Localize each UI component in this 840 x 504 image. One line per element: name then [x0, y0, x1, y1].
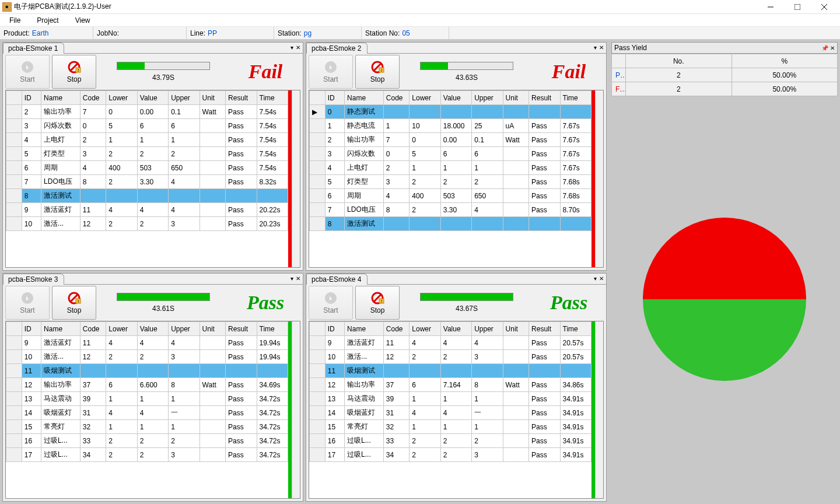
start-button[interactable]: Start — [309, 55, 353, 89]
table-row[interactable]: 1静态电流11018.00025uAPass7.67s — [310, 119, 592, 133]
close-button[interactable] — [811, 0, 838, 14]
maximize-button[interactable] — [784, 0, 811, 14]
table-row[interactable]: 2输出功率700.000.1WattPass7.54s — [6, 105, 288, 119]
column-header[interactable]: Name — [41, 322, 80, 336]
table-row[interactable]: ▶0静态测试 — [310, 105, 592, 119]
panel-close-icon[interactable]: ✕ — [296, 275, 300, 282]
test-grid[interactable]: IDNameCodeLowerValueUpperUnitResultTime2… — [5, 90, 300, 268]
menu-file[interactable]: File — [5, 15, 25, 26]
scrollbar[interactable] — [292, 90, 300, 267]
column-header[interactable]: Code — [383, 91, 410, 105]
column-header[interactable]: ID — [22, 322, 41, 336]
menu-view[interactable]: View — [71, 15, 95, 26]
column-header[interactable]: Time — [560, 322, 592, 336]
column-header[interactable]: Name — [345, 91, 384, 105]
column-header[interactable]: Value — [440, 322, 471, 336]
column-header[interactable]: Lower — [410, 91, 440, 105]
column-header[interactable]: Time — [560, 91, 592, 105]
column-header[interactable]: Upper — [472, 91, 503, 105]
test-grid[interactable]: IDNameCodeLowerValueUpperUnitResultTime9… — [5, 321, 300, 499]
table-row[interactable]: 8激活测试 — [6, 189, 288, 203]
minimize-button[interactable] — [757, 0, 784, 14]
panel-dropdown-icon[interactable]: ▾ — [290, 44, 293, 51]
column-header[interactable]: ID — [325, 91, 344, 105]
column-header[interactable] — [6, 91, 22, 105]
table-row[interactable]: 9激活蓝灯11444Pass20.22s — [6, 203, 288, 217]
yield-close-icon[interactable]: ✕ — [830, 45, 835, 51]
column-header[interactable]: Upper — [169, 91, 200, 105]
table-row[interactable]: 12输出功率3767.1648WattPass34.86s — [310, 378, 592, 392]
column-header[interactable]: Upper — [472, 322, 503, 336]
column-header[interactable] — [310, 91, 326, 105]
panel-close-icon[interactable]: ✕ — [296, 44, 300, 51]
column-header[interactable]: Lower — [106, 91, 137, 105]
panel-tab[interactable]: pcba-ESmoke 1 — [3, 43, 64, 54]
table-row[interactable]: 10激活...12223Pass19.94s — [6, 350, 288, 364]
column-header[interactable]: Unit — [200, 91, 226, 105]
table-row[interactable]: 8激活测试 — [310, 217, 592, 231]
column-header[interactable]: Result — [226, 322, 257, 336]
start-button[interactable]: Start — [5, 55, 50, 89]
table-row[interactable]: 5灯类型3222Pass7.54s — [6, 147, 288, 161]
table-row[interactable]: 12输出功率3766.6008WattPass34.69s — [6, 378, 288, 392]
table-row[interactable]: 4上电灯2111Pass7.67s — [310, 161, 592, 175]
column-header[interactable]: Result — [226, 91, 257, 105]
column-header[interactable]: Lower — [410, 322, 440, 336]
table-row[interactable]: 4上电灯2111Pass7.54s — [6, 133, 288, 147]
test-grid[interactable]: IDNameCodeLowerValueUpperUnitResultTime9… — [309, 321, 604, 499]
column-header[interactable]: Unit — [503, 91, 529, 105]
table-row[interactable]: 2输出功率700.000.1WattPass7.67s — [310, 133, 592, 147]
column-header[interactable]: Value — [137, 91, 168, 105]
panel-tab[interactable]: pcba-ESmoke 3 — [3, 274, 64, 285]
column-header[interactable]: Time — [257, 322, 288, 336]
table-row[interactable]: 15常亮灯32111Pass34.91s — [310, 420, 592, 434]
table-row[interactable]: 7LDO电压823.304Pass8.70s — [310, 203, 592, 217]
column-header[interactable]: ID — [325, 322, 344, 336]
panel-dropdown-icon[interactable]: ▾ — [594, 275, 597, 282]
column-header[interactable]: Code — [383, 322, 410, 336]
table-row[interactable]: 6周期4400503650Pass7.54s — [6, 161, 288, 175]
column-header[interactable]: Lower — [106, 322, 137, 336]
stop-button[interactable]: !Stop — [52, 286, 96, 320]
column-header[interactable]: Result — [529, 91, 560, 105]
start-button[interactable]: Start — [5, 286, 50, 320]
table-row[interactable]: 10激活...12223Pass20.57s — [310, 350, 592, 364]
column-header[interactable]: Code — [80, 91, 106, 105]
stop-button[interactable]: !Stop — [355, 286, 400, 320]
scrollbar[interactable] — [595, 321, 603, 498]
column-header[interactable]: Value — [440, 91, 471, 105]
column-header[interactable]: Code — [80, 322, 106, 336]
scrollbar[interactable] — [595, 90, 603, 267]
table-row[interactable]: 14吸烟蓝灯3144一Pass34.72s — [6, 406, 288, 420]
table-row[interactable]: 3闪烁次数0566Pass7.67s — [310, 147, 592, 161]
table-row[interactable]: 5灯类型3222Pass7.68s — [310, 175, 592, 189]
table-row[interactable]: 14吸烟蓝灯3144一Pass34.91s — [310, 406, 592, 420]
table-row[interactable]: 13马达震动39111Pass34.72s — [6, 392, 288, 406]
column-header[interactable] — [310, 322, 326, 336]
table-row[interactable]: 6周期4400503650Pass7.68s — [310, 189, 592, 203]
panel-close-icon[interactable]: ✕ — [599, 275, 604, 282]
column-header[interactable]: Time — [257, 91, 288, 105]
column-header[interactable]: Name — [345, 322, 384, 336]
column-header[interactable]: Upper — [169, 322, 200, 336]
table-row[interactable]: 15常亮灯32111Pass34.72s — [6, 420, 288, 434]
table-row[interactable]: 17过吸L...34223Pass34.72s — [6, 448, 288, 462]
column-header[interactable]: Value — [137, 322, 168, 336]
panel-dropdown-icon[interactable]: ▾ — [594, 44, 597, 51]
stop-button[interactable]: !Stop — [355, 55, 400, 89]
pin-icon[interactable]: 📌 — [821, 45, 828, 51]
column-header[interactable]: ID — [22, 91, 41, 105]
table-row[interactable]: 11吸烟测试 — [310, 364, 592, 378]
column-header[interactable]: Result — [529, 322, 560, 336]
panel-tab[interactable]: pcba-ESmoke 4 — [306, 274, 368, 285]
scrollbar[interactable] — [292, 321, 300, 498]
table-row[interactable]: 9激活蓝灯11444Pass20.57s — [310, 336, 592, 350]
table-row[interactable]: 10激活...12223Pass20.23s — [6, 217, 288, 231]
table-row[interactable]: 16过吸L...33222Pass34.91s — [310, 434, 592, 448]
column-header[interactable]: Unit — [200, 322, 226, 336]
table-row[interactable]: 13马达震动39111Pass34.91s — [310, 392, 592, 406]
table-row[interactable]: 17过吸L...34223Pass34.91s — [310, 448, 592, 462]
stop-button[interactable]: !Stop — [52, 55, 96, 89]
panel-tab[interactable]: pcba-ESmoke 2 — [306, 43, 368, 54]
test-grid[interactable]: IDNameCodeLowerValueUpperUnitResultTime▶… — [309, 90, 604, 268]
